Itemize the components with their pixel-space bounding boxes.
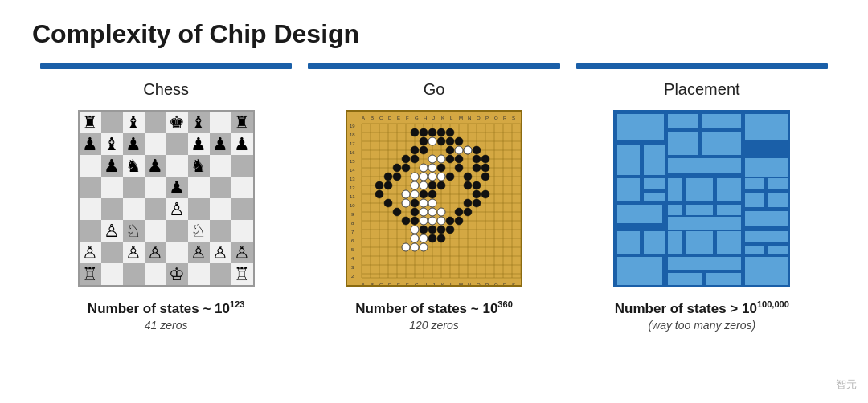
chess-cell: ♞ bbox=[188, 155, 210, 177]
svg-point-182 bbox=[437, 173, 445, 181]
svg-point-115 bbox=[437, 128, 445, 136]
go-column: Go A B C D E F G H J K L M N O P Q R bbox=[300, 63, 567, 332]
svg-text:C: C bbox=[379, 116, 383, 120]
svg-point-168 bbox=[437, 226, 445, 234]
placement-rect bbox=[667, 113, 699, 129]
placement-rect bbox=[667, 177, 683, 202]
placement-rect bbox=[716, 230, 742, 254]
svg-point-131 bbox=[481, 155, 489, 163]
svg-point-187 bbox=[402, 199, 410, 207]
chess-cell: ♙ bbox=[188, 242, 210, 263]
chess-cell bbox=[145, 112, 166, 133]
chess-label: Chess bbox=[143, 80, 189, 99]
chess-cell bbox=[188, 263, 210, 285]
svg-point-150 bbox=[420, 190, 428, 198]
svg-text:N: N bbox=[468, 283, 471, 285]
svg-point-165 bbox=[455, 217, 463, 225]
chess-cell: ♚ bbox=[166, 112, 188, 133]
svg-text:14: 14 bbox=[350, 168, 355, 173]
svg-point-179 bbox=[411, 173, 419, 181]
chess-cell: ♟ bbox=[145, 155, 166, 177]
svg-text:S: S bbox=[512, 283, 515, 285]
chess-cell: ♘ bbox=[188, 220, 210, 242]
chess-cell bbox=[166, 155, 188, 177]
svg-point-198 bbox=[420, 234, 428, 242]
placement-rect bbox=[706, 272, 742, 287]
go-label: Go bbox=[424, 80, 445, 99]
svg-text:B: B bbox=[371, 283, 374, 285]
placement-rect bbox=[616, 230, 641, 254]
placement-rect bbox=[686, 204, 714, 216]
svg-point-161 bbox=[464, 208, 472, 216]
svg-point-194 bbox=[428, 217, 436, 225]
svg-point-158 bbox=[393, 208, 401, 216]
svg-point-191 bbox=[428, 208, 436, 216]
chess-cell: ♝ bbox=[123, 112, 145, 133]
svg-point-116 bbox=[446, 128, 454, 136]
chess-cell: ♟ bbox=[80, 133, 101, 155]
svg-text:R: R bbox=[503, 116, 507, 120]
svg-text:A: A bbox=[362, 116, 365, 120]
chess-cell bbox=[101, 263, 123, 285]
svg-point-190 bbox=[420, 208, 428, 216]
chess-cell bbox=[188, 177, 210, 198]
svg-point-169 bbox=[446, 226, 454, 234]
go-sub: 120 zeros bbox=[409, 319, 458, 332]
placement-rect bbox=[643, 230, 665, 254]
svg-point-118 bbox=[437, 137, 445, 145]
placement-rect bbox=[686, 230, 714, 254]
placement-rect bbox=[643, 144, 665, 176]
placement-rect bbox=[744, 256, 788, 287]
svg-text:12: 12 bbox=[350, 185, 355, 190]
placement-rect bbox=[744, 113, 788, 141]
placement-rect bbox=[744, 210, 788, 226]
svg-point-178 bbox=[428, 164, 436, 172]
svg-text:5: 5 bbox=[351, 247, 354, 252]
chess-cell: ♜ bbox=[231, 112, 253, 133]
svg-point-183 bbox=[411, 181, 419, 189]
svg-text:O: O bbox=[477, 283, 481, 285]
placement-rect bbox=[686, 177, 714, 202]
chess-cell: ♞ bbox=[123, 155, 145, 177]
placement-rect bbox=[716, 204, 742, 216]
chess-cell: ♖ bbox=[80, 263, 101, 285]
svg-point-145 bbox=[428, 181, 436, 189]
svg-point-120 bbox=[455, 137, 463, 145]
svg-point-128 bbox=[446, 155, 454, 163]
chess-cell bbox=[101, 242, 123, 263]
svg-point-141 bbox=[464, 173, 472, 181]
chess-cell: ♟ bbox=[166, 177, 188, 198]
svg-text:E: E bbox=[397, 283, 400, 285]
svg-text:A: A bbox=[362, 283, 365, 285]
chess-stats: Number of states ~ 10123 bbox=[88, 299, 245, 317]
chess-cell bbox=[123, 263, 145, 285]
svg-point-127 bbox=[411, 155, 419, 163]
svg-point-142 bbox=[481, 173, 489, 181]
svg-point-143 bbox=[375, 181, 383, 189]
go-bar bbox=[308, 63, 559, 69]
chess-cell bbox=[210, 177, 231, 198]
chess-cell bbox=[145, 263, 166, 285]
svg-point-160 bbox=[455, 208, 463, 216]
chess-cell bbox=[188, 198, 210, 220]
svg-point-199 bbox=[402, 243, 410, 251]
chess-board: ♜♝♚♝♜♟♝♟♟♟♟♟♞♟♞♟♙♙♘♘♙♙♙♙♙♙♖♔♖ bbox=[78, 110, 255, 287]
go-grid-svg: A B C D E F G H J K L M N O P Q R S T A bbox=[347, 112, 521, 285]
svg-point-174 bbox=[464, 146, 472, 154]
svg-point-154 bbox=[384, 199, 392, 207]
placement-rect bbox=[643, 192, 665, 202]
placement-rect bbox=[616, 113, 665, 141]
svg-point-176 bbox=[437, 155, 445, 163]
placement-bar bbox=[576, 63, 828, 69]
svg-text:R: R bbox=[503, 283, 507, 285]
svg-point-186 bbox=[411, 190, 419, 198]
svg-text:P: P bbox=[485, 283, 489, 285]
svg-point-123 bbox=[446, 146, 454, 154]
chess-cell: ♟ bbox=[210, 133, 231, 155]
svg-point-135 bbox=[455, 164, 463, 172]
svg-point-130 bbox=[473, 155, 481, 163]
svg-text:G: G bbox=[415, 116, 419, 120]
svg-point-162 bbox=[402, 217, 410, 225]
chess-cell bbox=[123, 177, 145, 198]
svg-point-192 bbox=[437, 208, 445, 216]
